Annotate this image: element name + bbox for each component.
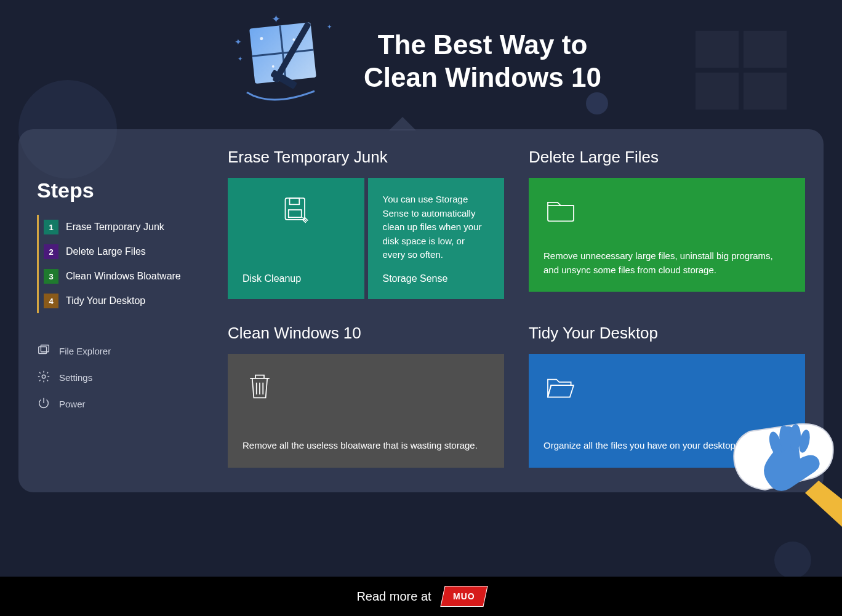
muo-logo[interactable]: MUO (440, 586, 487, 607)
card-disk-cleanup[interactable]: Disk Cleanup (228, 178, 364, 299)
section-tidy-your-desktop: Tidy Your Desktop Organize all the files… (529, 324, 805, 468)
svg-rect-13 (289, 210, 302, 217)
step-number: 4 (44, 294, 58, 308)
step-tidy-your-desktop[interactable]: 4 Tidy Your Desktop (44, 289, 209, 313)
trash-icon (243, 369, 489, 406)
sidebar: Steps 1 Erase Temporary Junk 2 Delete La… (37, 148, 209, 468)
gear-icon (37, 370, 50, 385)
card-label: Storage Sense (383, 273, 490, 284)
step-label: Clean Windows Bloatware (66, 271, 181, 282)
section-title: Clean Windows 10 (228, 324, 504, 343)
svg-point-10 (42, 375, 46, 378)
decorative-circle (774, 542, 811, 578)
file-explorer-icon (37, 343, 50, 359)
steps-list: 1 Erase Temporary Junk 2 Delete Large Fi… (37, 215, 209, 313)
section-clean-windows-10: Clean Windows 10 Remove all the useless … (228, 324, 504, 468)
power-link[interactable]: Power (37, 391, 209, 417)
step-label: Delete Large Files (66, 246, 146, 257)
card-clean-windows[interactable]: Remove all the useless bloatware that is… (228, 354, 504, 468)
svg-rect-9 (41, 345, 49, 352)
power-icon (37, 396, 50, 412)
card-text: Organize all the files you have on your … (543, 439, 790, 453)
svg-rect-8 (39, 347, 47, 354)
section-title: Tidy Your Desktop (529, 324, 805, 343)
floppy-clean-icon (243, 193, 350, 230)
step-label: Erase Temporary Junk (66, 222, 164, 233)
step-delete-large-files[interactable]: 2 Delete Large Files (44, 239, 209, 264)
side-links: File Explorer Settings Power (37, 338, 209, 417)
file-explorer-link[interactable]: File Explorer (37, 338, 209, 364)
footer-text: Read more at (356, 590, 431, 604)
step-number: 2 (44, 244, 58, 259)
page-title: The Best Way to Clean Windows 10 (364, 29, 601, 94)
step-number: 3 (44, 269, 58, 284)
section-delete-large-files: Delete Large Files Remove unnecessary la… (529, 148, 805, 299)
folder-icon (543, 193, 790, 230)
step-erase-temporary-junk[interactable]: 1 Erase Temporary Junk (44, 215, 209, 239)
card-text: You can use Storage Sense to automatical… (383, 193, 490, 262)
card-storage-sense[interactable]: You can use Storage Sense to automatical… (368, 178, 505, 299)
settings-link[interactable]: Settings (37, 364, 209, 391)
section-title: Erase Temporary Junk (228, 148, 504, 167)
step-clean-windows-bloatware[interactable]: 3 Clean Windows Bloatware (44, 264, 209, 289)
card-delete-large-files[interactable]: Remove unnecessary large files, uninstal… (529, 178, 805, 292)
link-label: Settings (59, 372, 92, 383)
step-number: 1 (44, 220, 58, 234)
card-text: Remove unnecessary large files, uninstal… (543, 249, 790, 277)
main-panel: Steps 1 Erase Temporary Junk 2 Delete La… (18, 129, 824, 492)
svg-rect-12 (289, 198, 299, 205)
window-clean-icon: ✦ ✦ ✦ ✦ (241, 18, 327, 105)
section-erase-temporary-junk: Erase Temporary Junk Disk Cleanup You ca… (228, 148, 504, 299)
footer: Read more at MUO (0, 577, 842, 616)
card-text: Remove all the useless bloatware that is… (243, 439, 489, 453)
header: ✦ ✦ ✦ ✦ The (0, 0, 842, 117)
content-grid: Erase Temporary Junk Disk Cleanup You ca… (228, 148, 805, 468)
card-tidy-desktop[interactable]: Organize all the files you have on your … (529, 354, 805, 468)
section-title: Delete Large Files (529, 148, 805, 167)
step-label: Tidy Your Desktop (66, 295, 145, 306)
folder-open-icon (543, 369, 790, 406)
card-label: Disk Cleanup (243, 273, 350, 284)
steps-heading: Steps (37, 178, 209, 202)
link-label: File Explorer (59, 346, 111, 356)
link-label: Power (59, 399, 86, 409)
